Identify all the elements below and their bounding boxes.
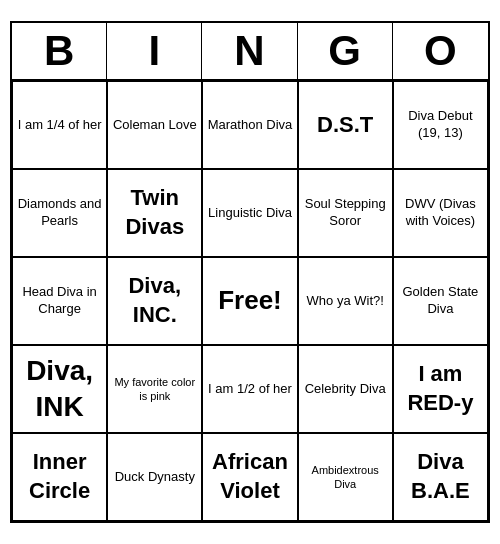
bingo-cell[interactable]: Celebrity Diva [298,345,393,433]
header-letter: B [12,23,107,79]
bingo-cell[interactable]: Inner Circle [12,433,107,521]
bingo-cell[interactable]: Duck Dynasty [107,433,202,521]
bingo-card: BINGO I am 1/4 of herColeman LoveMaratho… [10,21,490,523]
bingo-cell[interactable]: My favorite color is pink [107,345,202,433]
bingo-cell[interactable]: Coleman Love [107,81,202,169]
bingo-cell[interactable]: Diva B.A.E [393,433,488,521]
bingo-cell[interactable]: Soul Stepping Soror [298,169,393,257]
bingo-cell[interactable]: D.S.T [298,81,393,169]
bingo-cell[interactable]: Linguistic Diva [202,169,297,257]
bingo-grid: I am 1/4 of herColeman LoveMarathon Diva… [12,81,488,521]
bingo-cell[interactable]: Twin Divas [107,169,202,257]
bingo-cell[interactable]: Ambidextrous Diva [298,433,393,521]
bingo-cell[interactable]: Head Diva in Charge [12,257,107,345]
bingo-cell[interactable]: Diva Debut (19, 13) [393,81,488,169]
bingo-cell[interactable]: Marathon Diva [202,81,297,169]
bingo-cell[interactable]: Who ya Wit?! [298,257,393,345]
bingo-cell[interactable]: Diva, INK [12,345,107,433]
bingo-cell[interactable]: Golden State Diva [393,257,488,345]
bingo-cell[interactable]: I am 1/2 of her [202,345,297,433]
bingo-cell[interactable]: DWV (Divas with Voices) [393,169,488,257]
bingo-cell[interactable]: I am RED-y [393,345,488,433]
bingo-cell[interactable]: Diamonds and Pearls [12,169,107,257]
bingo-cell[interactable]: I am 1/4 of her [12,81,107,169]
bingo-cell[interactable]: African Violet [202,433,297,521]
header-letter: I [107,23,202,79]
header-letter: G [298,23,393,79]
bingo-cell[interactable]: Free! [202,257,297,345]
bingo-header: BINGO [12,23,488,81]
bingo-cell[interactable]: Diva, INC. [107,257,202,345]
header-letter: O [393,23,488,79]
header-letter: N [202,23,297,79]
